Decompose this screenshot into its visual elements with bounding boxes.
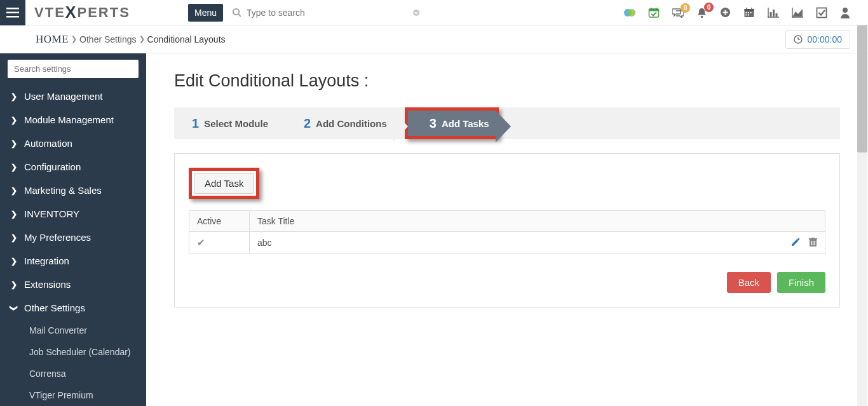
- breadcrumb-home[interactable]: HOME: [36, 33, 69, 46]
- sidebar-item-user-management[interactable]: ❯User Management: [0, 85, 146, 108]
- step-spacer: [499, 107, 840, 139]
- top-bar: VTEXPERTS Menu 0 0: [0, 0, 868, 25]
- chevron-right-icon: ❯: [10, 257, 18, 266]
- sidebar-item-configuration[interactable]: ❯Configuration: [0, 155, 146, 179]
- step-add-tasks[interactable]: 3 Add Tasks: [408, 111, 496, 136]
- svg-rect-7: [649, 9, 659, 11]
- bar-chart-icon[interactable]: [768, 8, 779, 18]
- svg-rect-25: [770, 12, 772, 17]
- svg-rect-22: [748, 14, 749, 15]
- sidebar-search[interactable]: [8, 60, 139, 78]
- main-content: Edit Conditional Layouts : 1 Select Modu…: [146, 53, 868, 406]
- global-search-input[interactable]: [247, 8, 399, 18]
- svg-rect-2: [6, 16, 19, 18]
- vertical-scrollbar[interactable]: [857, 25, 867, 406]
- cell-active: ✔: [189, 232, 250, 254]
- sidebar-item-integration[interactable]: ❯Integration: [0, 249, 146, 273]
- area-chart-icon[interactable]: [792, 8, 803, 18]
- svg-line-4: [238, 14, 241, 17]
- timer-value: 00:00:00: [808, 34, 843, 44]
- step-label: Select Module: [204, 118, 268, 129]
- svg-point-5: [413, 10, 419, 16]
- sidebar-search-input[interactable]: [8, 60, 139, 78]
- chevron-right-icon: ❯: [71, 35, 77, 43]
- edit-icon[interactable]: [791, 238, 800, 247]
- back-button[interactable]: Back: [727, 272, 771, 293]
- row-actions: [791, 238, 817, 247]
- svg-rect-1: [6, 11, 19, 13]
- th-title: Task Title: [250, 211, 825, 232]
- chevron-right-icon: ❯: [10, 210, 18, 219]
- sidebar-item-label: Module Management: [24, 114, 114, 125]
- search-dropdown-icon[interactable]: [412, 9, 420, 17]
- sidebar-sub-job-scheduler[interactable]: Job Scheduler (Calendar): [0, 341, 146, 363]
- user-icon[interactable]: [840, 7, 850, 18]
- step-add-conditions[interactable]: 2 Add Conditions: [286, 107, 405, 139]
- sidebar-item-label: Integration: [24, 255, 69, 266]
- step-label: Add Tasks: [442, 118, 489, 129]
- finish-button[interactable]: Finish: [777, 272, 825, 293]
- add-task-button[interactable]: Add Task: [194, 173, 254, 194]
- svg-rect-20: [750, 12, 752, 13]
- timer-widget[interactable]: 00:00:00: [785, 30, 851, 49]
- global-search[interactable]: [232, 8, 423, 18]
- clock-icon: [794, 35, 803, 44]
- wizard-steps: 1 Select Module 2 Add Conditions 3 Add T…: [174, 107, 840, 139]
- sidebar-item-automation[interactable]: ❯Automation: [0, 132, 146, 155]
- sidebar-sub-mail-converter[interactable]: Mail Converter: [0, 320, 146, 341]
- hamburger-menu-button[interactable]: [0, 0, 25, 25]
- sidebar-sub-corrensa[interactable]: Corrensa: [0, 363, 146, 384]
- sidebar-item-my-preferences[interactable]: ❯My Preferences: [0, 226, 146, 249]
- calendar-check-icon[interactable]: [648, 7, 660, 18]
- tasks-table: Active Task Title ✔ abc: [189, 210, 825, 254]
- hamburger-icon: [6, 8, 19, 18]
- sidebar-item-extensions[interactable]: ❯Extensions: [0, 273, 146, 296]
- svg-rect-40: [813, 241, 813, 245]
- sidebar-item-module-management[interactable]: ❯Module Management: [0, 108, 146, 132]
- svg-rect-27: [776, 13, 778, 17]
- step-label: Add Conditions: [316, 118, 387, 129]
- menu-button[interactable]: Menu: [188, 4, 223, 22]
- svg-rect-21: [746, 14, 747, 15]
- svg-rect-26: [773, 10, 775, 17]
- alerts-badge: 0: [704, 3, 714, 12]
- task-title-value: abc: [257, 238, 272, 248]
- breadcrumb-level1[interactable]: Other Settings: [79, 34, 137, 44]
- sidebar-item-other-settings[interactable]: ❯Other Settings: [0, 296, 146, 320]
- add-icon[interactable]: [720, 7, 731, 18]
- wizard-buttons: Back Finish: [189, 272, 825, 293]
- comments-badge: 0: [681, 3, 690, 13]
- settings-sidebar: ❯User Management ❯Module Management ❯Aut…: [0, 53, 146, 406]
- chevron-right-icon: ❯: [10, 116, 18, 125]
- table-row: ✔ abc: [189, 232, 825, 254]
- svg-rect-38: [811, 238, 815, 239]
- sidebar-item-label: My Preferences: [24, 232, 91, 243]
- svg-rect-18: [746, 12, 747, 13]
- sidebar-item-inventory[interactable]: ❯INVENTORY: [0, 202, 146, 226]
- step-number: 1: [192, 116, 199, 131]
- task-check-icon[interactable]: [816, 7, 827, 18]
- checked-icon[interactable]: ✔: [197, 237, 205, 248]
- comments-icon[interactable]: 0: [672, 8, 684, 18]
- svg-point-31: [843, 8, 848, 13]
- sidebar-item-label: Other Settings: [24, 302, 85, 313]
- brand-accent-icon[interactable]: [624, 7, 635, 18]
- chevron-down-icon: ❯: [10, 304, 18, 312]
- delete-icon[interactable]: [809, 238, 817, 247]
- sidebar-item-marketing-sales[interactable]: ❯Marketing & Sales: [0, 179, 146, 202]
- sidebar-item-label: Configuration: [24, 161, 81, 172]
- step-select-module[interactable]: 1 Select Module: [174, 107, 286, 139]
- bell-icon[interactable]: 0: [696, 7, 707, 18]
- calendar-icon[interactable]: [743, 7, 755, 18]
- sidebar-item-label: User Management: [24, 91, 102, 102]
- svg-rect-19: [748, 12, 749, 13]
- svg-point-3: [233, 9, 239, 15]
- sidebar-sub-vtiger-premium[interactable]: VTiger Premium: [0, 384, 146, 406]
- svg-rect-41: [815, 241, 815, 245]
- search-icon: [232, 8, 241, 17]
- scrollbar-thumb[interactable]: [857, 25, 867, 152]
- breadcrumb: HOME ❯ Other Settings ❯ Conditional Layo…: [0, 25, 868, 53]
- tasks-panel: Add Task Active Task Title ✔ abc: [174, 153, 840, 308]
- chevron-right-icon: ❯: [10, 280, 18, 289]
- sidebar-item-label: Automation: [24, 138, 72, 149]
